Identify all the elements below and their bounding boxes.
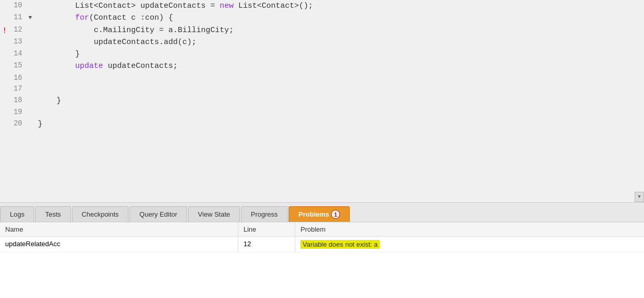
code-editor: 10 List<Contact> updateContacts = new Li…	[0, 0, 644, 202]
results-header: Name Line Problem	[0, 222, 644, 237]
code-content: for(Contact c :con) {	[36, 12, 644, 24]
tab-problems[interactable]: Problems1	[289, 206, 350, 222]
code-line: 10 List<Contact> updateContacts = new Li…	[0, 0, 644, 12]
code-content: }	[36, 95, 644, 107]
line-arrow: ▼	[28, 12, 36, 24]
code-content: }	[36, 48, 644, 60]
line-arrow	[28, 95, 36, 107]
code-content: List<Contact> updateContacts = new List<…	[36, 0, 644, 12]
line-arrow	[28, 36, 36, 48]
line-number: 16	[0, 73, 28, 84]
code-line: 19	[0, 107, 644, 118]
tab-label: Problems	[298, 210, 329, 218]
code-line: 20}	[0, 118, 644, 130]
line-arrow	[28, 48, 36, 60]
line-arrow	[28, 0, 36, 12]
line-number: 11	[0, 12, 28, 24]
code-content: c.MailingCity = a.BillingCity;	[36, 24, 644, 36]
line-arrow	[28, 73, 36, 84]
code-content	[36, 73, 644, 84]
column-name-header: Name	[0, 222, 238, 236]
line-number: 20	[0, 118, 28, 130]
tab-view-state[interactable]: View State	[188, 206, 240, 222]
code-line: 13 updateContacts.add(c);	[0, 36, 644, 48]
error-indicator: !	[2, 25, 7, 38]
problem-highlight: Variable does not exist: a	[300, 240, 380, 249]
code-line: !12 c.MailingCity = a.BillingCity;	[0, 24, 644, 36]
line-number: 13	[0, 36, 28, 48]
column-line-header: Line	[238, 222, 295, 236]
tab-label: Tests	[45, 210, 61, 218]
tab-logs[interactable]: Logs	[0, 206, 34, 222]
tab-badge: 1	[331, 210, 340, 219]
results-area: Name Line Problem updateRelatedAcc12Vari…	[0, 222, 644, 298]
code-content: }	[36, 118, 644, 130]
code-line: 18 }	[0, 95, 644, 107]
tab-query-editor[interactable]: Query Editor	[130, 206, 187, 222]
result-line: 12	[238, 237, 295, 252]
scroll-down-button[interactable]	[635, 192, 644, 202]
tab-label: Checkpoints	[82, 210, 119, 218]
code-content: updateContacts.add(c);	[36, 36, 644, 48]
code-content	[36, 83, 644, 95]
result-problem: Variable does not exist: a	[295, 237, 644, 252]
line-arrow	[28, 60, 36, 72]
line-arrow	[28, 24, 36, 36]
line-number: 19	[0, 107, 28, 118]
line-number: 14	[0, 48, 28, 60]
tab-label: Logs	[10, 210, 24, 218]
tab-checkpoints[interactable]: Checkpoints	[72, 206, 129, 222]
table-row[interactable]: updateRelatedAcc12Variable does not exis…	[0, 237, 644, 252]
tab-progress[interactable]: Progress	[241, 206, 288, 222]
column-problem-header: Problem	[295, 222, 644, 236]
code-content: update updateContacts;	[36, 60, 644, 72]
line-arrow	[28, 107, 36, 118]
line-arrow	[28, 118, 36, 130]
code-line: 17	[0, 83, 644, 95]
line-number: 18	[0, 95, 28, 107]
tab-label: View State	[198, 210, 230, 218]
code-line: 15 update updateContacts;	[0, 60, 644, 72]
line-number: 15	[0, 60, 28, 72]
line-number: 10	[0, 0, 28, 12]
line-arrow	[28, 83, 36, 95]
code-line: 14 }	[0, 48, 644, 60]
line-number: !12	[0, 24, 28, 36]
code-line: 16	[0, 73, 644, 84]
bottom-panel: LogsTestsCheckpointsQuery EditorView Sta…	[0, 202, 644, 298]
tab-label: Query Editor	[139, 210, 177, 218]
tab-label: Progress	[251, 210, 278, 218]
tab-tests[interactable]: Tests	[35, 206, 70, 222]
code-content	[36, 107, 644, 118]
result-name: updateRelatedAcc	[0, 237, 238, 252]
line-number: 17	[0, 83, 28, 95]
code-line: 11▼ for(Contact c :con) {	[0, 12, 644, 24]
tabs-bar: LogsTestsCheckpointsQuery EditorView Sta…	[0, 203, 644, 222]
